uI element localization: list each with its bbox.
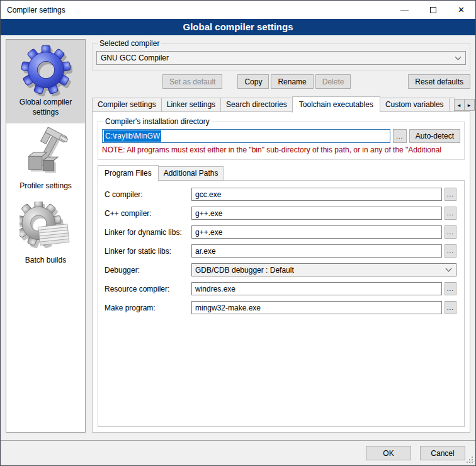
row-label: Linker for static libs: bbox=[105, 247, 191, 256]
debugger-dropdown[interactable]: GDB/CDB debugger : Default bbox=[191, 263, 456, 276]
installation-directory-row: C:\raylib\MinGW ... Auto-detect bbox=[102, 129, 460, 143]
field-value: ar.exe bbox=[195, 247, 216, 256]
window-title: Compiler settings bbox=[1, 1, 390, 19]
compiler-actions-row: Set as default Copy Rename Delete Reset … bbox=[92, 74, 470, 89]
toolchain-row-dynamic-linker: Linker for dynamic libs: g++.exe ... bbox=[105, 225, 456, 239]
blue-gear-icon bbox=[20, 43, 72, 96]
sidebar-item-label: Profiler settings bbox=[8, 181, 84, 191]
close-button[interactable]: ✕ bbox=[447, 1, 475, 19]
browse-button[interactable]: ... bbox=[445, 244, 456, 258]
page-title: Global compiler settings bbox=[1, 19, 475, 35]
copy-button[interactable]: Copy bbox=[237, 74, 269, 89]
compiler-dropdown[interactable]: GNU GCC Compiler bbox=[96, 51, 466, 65]
close-icon: ✕ bbox=[458, 5, 465, 14]
tab-scroll-left-button[interactable]: ◂ bbox=[454, 99, 465, 111]
arrow-left-icon: ◂ bbox=[458, 102, 461, 108]
tab-additional-paths[interactable]: Additional Paths bbox=[158, 166, 224, 181]
cpp-compiler-input[interactable]: g++.exe bbox=[191, 207, 442, 220]
field-value: windres.exe bbox=[195, 285, 235, 293]
installation-note: NOTE: All programs must exist either in … bbox=[102, 145, 460, 154]
installation-directory-group: Compiler's installation directory C:\ray… bbox=[98, 117, 465, 160]
browse-directory-button[interactable]: ... bbox=[393, 129, 407, 143]
toolchain-row-debugger: Debugger: GDB/CDB debugger : Default bbox=[105, 263, 456, 276]
titlebar: Compiler settings — ✕ bbox=[1, 1, 475, 19]
set-as-default-button: Set as default bbox=[162, 74, 222, 89]
selected-compiler-group: Selected compiler GNU GCC Compiler bbox=[92, 39, 470, 71]
installation-directory-input[interactable]: C:\raylib\MinGW bbox=[102, 129, 390, 143]
row-label: C compiler: bbox=[105, 190, 191, 199]
field-value: g++.exe bbox=[195, 209, 222, 218]
resource-compiler-input[interactable]: windres.exe bbox=[191, 282, 442, 295]
sidebar-item-batch-builds[interactable]: Batch builds bbox=[6, 198, 85, 272]
row-label: Debugger: bbox=[105, 266, 191, 275]
delete-button: Delete bbox=[315, 74, 351, 89]
chevron-down-icon bbox=[455, 54, 462, 60]
toolchain-row-make-program: Make program: mingw32-make.exe ... bbox=[105, 301, 456, 314]
minimize-button: — bbox=[390, 1, 419, 19]
sidebar-item-label: Global compiler settings bbox=[8, 98, 84, 117]
rename-button[interactable]: Rename bbox=[271, 74, 313, 89]
auto-detect-button[interactable]: Auto-detect bbox=[409, 129, 460, 143]
maximize-icon bbox=[430, 7, 436, 13]
toolchain-row-resource-compiler: Resource compiler: windres.exe ... bbox=[105, 282, 456, 295]
tab-linker-settings[interactable]: Linker settings bbox=[161, 98, 221, 112]
tab-custom-variables[interactable]: Custom variables bbox=[380, 98, 450, 112]
arrow-right-icon: ▸ bbox=[468, 102, 471, 108]
make-program-input[interactable]: mingw32-make.exe bbox=[191, 301, 442, 314]
installation-directory-group-label: Compiler's installation directory bbox=[103, 117, 212, 126]
main-panel: Selected compiler GNU GCC Compiler Set a… bbox=[92, 39, 470, 433]
compiler-dropdown-value: GNU GCC Compiler bbox=[101, 54, 456, 62]
program-tabs: Program Files Additional Paths bbox=[98, 165, 465, 181]
program-files-panel: C compiler: gcc.exe ... C++ compiler: g+… bbox=[98, 180, 465, 427]
sidebar-item-label: Batch builds bbox=[8, 256, 84, 266]
cancel-button[interactable]: Cancel bbox=[420, 446, 465, 460]
installation-directory-value: C:\raylib\MinGW bbox=[104, 130, 161, 142]
toolchain-row-cpp-compiler: C++ compiler: g++.exe ... bbox=[105, 207, 456, 220]
gray-gear-stack-icon bbox=[20, 202, 72, 254]
browse-button[interactable]: ... bbox=[445, 188, 456, 201]
tab-toolchain-executables[interactable]: Toolchain executables bbox=[292, 96, 380, 113]
sidebar-item-profiler-settings[interactable]: Profiler settings bbox=[6, 123, 85, 198]
dialog-content: Global compiler settings bbox=[1, 35, 475, 440]
tab-scroll-right-button[interactable]: ▸ bbox=[464, 99, 475, 111]
dynamic-linker-input[interactable]: g++.exe bbox=[191, 225, 442, 239]
row-label: Linker for dynamic libs: bbox=[105, 228, 191, 237]
field-value: GDB/CDB debugger : Default bbox=[195, 266, 446, 275]
toolchain-row-c-compiler: C compiler: gcc.exe ... bbox=[105, 188, 456, 201]
row-label: C++ compiler: bbox=[105, 209, 191, 218]
minimize-icon: — bbox=[400, 5, 409, 14]
field-value: gcc.exe bbox=[195, 190, 221, 199]
tab-program-files[interactable]: Program Files bbox=[98, 165, 159, 181]
toolchain-row-static-linker: Linker for static libs: ar.exe ... bbox=[105, 244, 456, 258]
tab-search-directories[interactable]: Search directories bbox=[220, 98, 293, 112]
c-compiler-input[interactable]: gcc.exe bbox=[191, 188, 442, 201]
selected-compiler-group-label: Selected compiler bbox=[98, 39, 161, 48]
caliper-icon bbox=[20, 127, 72, 180]
field-value: mingw32-make.exe bbox=[195, 304, 261, 312]
field-value: g++.exe bbox=[195, 228, 222, 237]
static-linker-input[interactable]: ar.exe bbox=[191, 244, 442, 258]
tab-compiler-settings[interactable]: Compiler settings bbox=[92, 98, 162, 112]
settings-category-list: Global compiler settings bbox=[6, 39, 86, 433]
resize-grip-icon[interactable] bbox=[466, 456, 473, 463]
chevron-down-icon bbox=[446, 266, 452, 272]
reset-defaults-button[interactable]: Reset defaults bbox=[408, 74, 470, 89]
browse-button[interactable]: ... bbox=[445, 282, 456, 295]
browse-button[interactable]: ... bbox=[445, 207, 456, 220]
compiler-settings-dialog: Compiler settings — ✕ Global compiler se… bbox=[0, 0, 476, 466]
ok-button[interactable]: OK bbox=[366, 446, 411, 460]
settings-tabs: Compiler settings Linker settings Search… bbox=[92, 96, 470, 112]
tab-scroll-buttons: ◂ ▸ bbox=[455, 99, 475, 111]
maximize-button[interactable] bbox=[419, 1, 447, 19]
sidebar-item-global-compiler-settings[interactable]: Global compiler settings bbox=[6, 40, 85, 123]
browse-button[interactable]: ... bbox=[445, 301, 456, 314]
row-label: Make program: bbox=[105, 304, 191, 312]
row-label: Resource compiler: bbox=[105, 285, 191, 293]
browse-button[interactable]: ... bbox=[445, 225, 456, 239]
toolchain-executables-panel: Compiler's installation directory C:\ray… bbox=[92, 111, 470, 433]
dialog-footer: OK Cancel bbox=[1, 440, 475, 465]
